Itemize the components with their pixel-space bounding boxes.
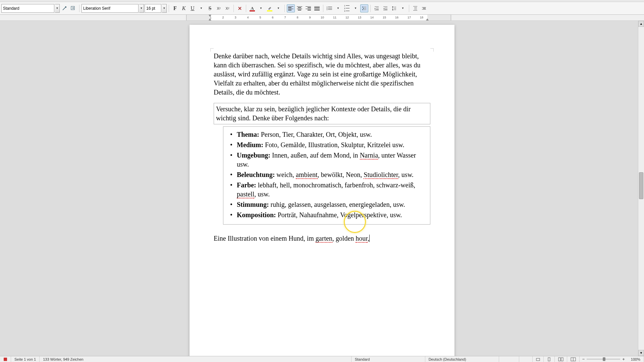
document-area[interactable]: Denke darüber nach, welche Details wicht… — [0, 21, 644, 356]
font-size-select[interactable] — [145, 4, 161, 13]
align-right-button[interactable] — [304, 4, 312, 12]
vertical-scrollbar[interactable]: ▲ ▼ — [638, 21, 644, 356]
text-cursor — [369, 235, 370, 242]
spell-error[interactable]: ambient — [296, 171, 317, 179]
bold-button[interactable]: F — [171, 4, 179, 12]
strikethrough-button[interactable]: S — [206, 4, 214, 12]
underline-button[interactable]: U — [189, 4, 197, 12]
line-spacing-button[interactable] — [390, 4, 398, 12]
criteria-label: Medium: — [237, 141, 263, 148]
zoom-in-icon[interactable]: + — [622, 357, 625, 362]
increase-paragraph-spacing-button[interactable] — [411, 4, 419, 12]
ruler-number: 3 — [234, 16, 236, 19]
align-left-button[interactable] — [287, 4, 295, 12]
criteria-item[interactable]: Umgebung: Innen, außen, auf dem Mond, in… — [232, 151, 426, 169]
update-style-icon[interactable] — [60, 4, 68, 12]
criteria-item[interactable]: Medium: Foto, Gemälde, Illustration, Sku… — [232, 140, 426, 149]
font-size-dropdown-icon[interactable]: ▼ — [162, 4, 167, 13]
status-word-count[interactable]: 133 Wörter, 949 Zeichen — [40, 356, 351, 362]
status-signature-icon[interactable] — [533, 356, 544, 362]
paragraph-intro[interactable]: Denke darüber nach, welche Details wicht… — [214, 52, 430, 97]
line-spacing-dropdown-icon[interactable]: ▼ — [399, 4, 407, 12]
criteria-item[interactable]: Farbe: lebhaft, hell, monochromatisch, f… — [232, 181, 426, 199]
svg-rect-4 — [364, 8, 366, 9]
numbered-list-dropdown-icon[interactable]: ▼ — [352, 4, 360, 12]
svg-rect-11 — [561, 358, 563, 361]
view-book-icon[interactable] — [567, 356, 580, 362]
superscript-button[interactable]: X2 — [215, 4, 223, 12]
example-text: Eine Illustration von einem Hund, im — [214, 235, 316, 242]
paragraph-style-select[interactable] — [1, 4, 54, 13]
numbered-list-button[interactable]: 123 — [343, 4, 351, 12]
highlight-color-button[interactable] — [266, 4, 274, 12]
page[interactable]: Denke darüber nach, welche Details wicht… — [190, 25, 454, 356]
spell-error[interactable]: garten — [316, 235, 332, 243]
paragraph-style-dropdown-icon[interactable]: ▼ — [55, 4, 60, 13]
bullet-list-button[interactable] — [325, 4, 333, 12]
bullet-list-dropdown-icon[interactable]: ▼ — [334, 4, 342, 12]
ruler-number: 6 — [272, 16, 273, 19]
svg-rect-7 — [4, 358, 7, 361]
scroll-up-icon[interactable]: ▲ — [638, 21, 644, 27]
example-text: , golden — [332, 235, 356, 242]
decrease-indent-button[interactable] — [381, 4, 389, 12]
ruler-number: 11 — [333, 16, 336, 19]
svg-rect-5 — [362, 9, 363, 10]
view-single-page-icon[interactable] — [544, 356, 555, 362]
svg-rect-6 — [364, 9, 366, 10]
scroll-down-icon[interactable]: ▼ — [638, 350, 644, 356]
subscript-button[interactable]: X2 — [223, 4, 231, 12]
clear-formatting-icon[interactable] — [236, 4, 244, 12]
scroll-thumb[interactable] — [639, 172, 643, 199]
svg-rect-9 — [548, 358, 550, 361]
status-page[interactable]: Seite 1 von 1 — [11, 356, 40, 362]
scroll-track[interactable] — [638, 27, 644, 350]
intro-box[interactable]: Versuche, klar zu sein, bezüglich jeglic… — [214, 103, 430, 124]
font-name-dropdown-icon[interactable]: ▼ — [139, 4, 144, 13]
align-center-button[interactable] — [296, 4, 304, 12]
margin-corner-icon — [430, 48, 434, 52]
ruler-number: 18 — [420, 16, 423, 19]
criteria-label: Stimmung: — [237, 201, 269, 208]
formatting-toolbar: ▼ ▼ ▼ F K U ▼ S X2 X2 A ▼ ▼ ▼ 123 ▼ — [0, 2, 644, 15]
spell-error[interactable]: Studiolichter — [364, 171, 398, 179]
criteria-item[interactable]: Thema: Person, Tier, Charakter, Ort, Obj… — [232, 130, 426, 139]
status-zoom[interactable]: 100% — [628, 356, 644, 362]
criteria-label: Komposition: — [237, 211, 276, 219]
outline-button[interactable] — [360, 4, 368, 12]
status-style[interactable]: Standard — [352, 356, 425, 362]
ruler-number: 9 — [309, 16, 311, 19]
font-name-select[interactable] — [82, 4, 139, 13]
paragraph-example[interactable]: Eine Illustration von einem Hund, im gar… — [214, 234, 430, 243]
spell-error[interactable]: hour — [356, 235, 368, 243]
decrease-paragraph-spacing-button[interactable] — [420, 4, 428, 12]
spell-error[interactable]: pastell — [237, 190, 254, 198]
zoom-out-icon[interactable]: − — [582, 357, 585, 362]
svg-rect-1 — [362, 7, 363, 7]
status-insert-mode[interactable] — [499, 356, 519, 362]
criteria-list-box[interactable]: Thema: Person, Tier, Charakter, Ort, Obj… — [223, 126, 430, 225]
ruler-number: 8 — [297, 16, 298, 19]
criteria-item[interactable]: Beleuchtung: weich, ambient, bewölkt, Ne… — [232, 170, 426, 179]
criteria-item[interactable]: Stimmung: ruhig, gelassen, ausgelassen, … — [232, 200, 426, 209]
status-save-icon[interactable] — [0, 356, 11, 362]
increase-indent-button[interactable] — [373, 4, 381, 12]
italic-button[interactable]: K — [180, 4, 188, 12]
criteria-item[interactable]: Komposition: Porträt, Nahaufnahme, Vogel… — [232, 210, 426, 220]
svg-rect-2 — [364, 7, 366, 7]
highlight-color-dropdown-icon[interactable]: ▼ — [274, 4, 282, 12]
svg-rect-8 — [536, 358, 540, 361]
spell-error[interactable]: Narnia — [360, 152, 378, 160]
font-color-dropdown-icon[interactable]: ▼ — [257, 4, 265, 12]
align-justify-button[interactable] — [313, 4, 321, 12]
zoom-slider[interactable]: − + — [580, 357, 628, 362]
criteria-label: Farbe: — [237, 181, 256, 189]
ruler-number: 17 — [408, 16, 411, 19]
underline-dropdown-icon[interactable]: ▼ — [197, 4, 205, 12]
status-language[interactable]: Deutsch (Deutschland) — [425, 356, 499, 362]
new-style-icon[interactable] — [69, 4, 77, 12]
horizontal-ruler[interactable]: 123456789101112131415161718 — [0, 15, 644, 21]
font-color-button[interactable]: A — [248, 4, 256, 12]
view-multi-page-icon[interactable] — [555, 356, 567, 362]
status-selection-mode[interactable] — [519, 356, 533, 362]
